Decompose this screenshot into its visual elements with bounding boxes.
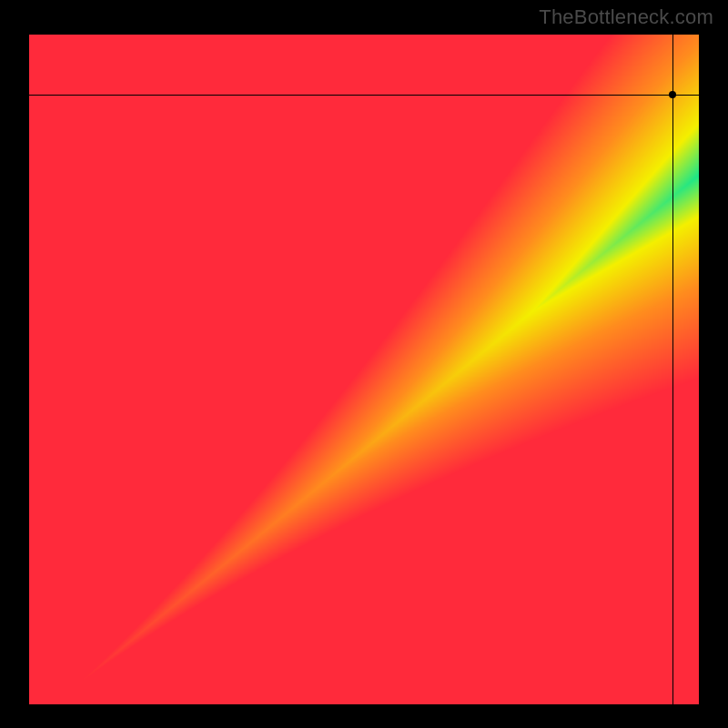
heatmap-plot [29,35,699,704]
crosshair-horizontal [29,95,699,96]
heatmap-canvas [29,35,699,704]
marker-dot [669,91,676,98]
crosshair-vertical [672,35,673,704]
chart-container: TheBottleneck.com [0,0,728,728]
watermark-text: TheBottleneck.com [539,5,713,29]
